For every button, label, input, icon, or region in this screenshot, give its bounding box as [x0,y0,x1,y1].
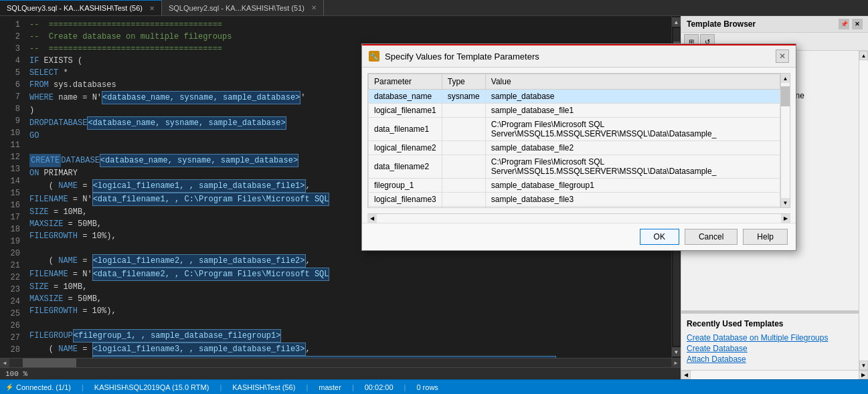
scroll-up-btn[interactable]: ▲ [672,17,681,27]
code-line: ( NAME = <logical_filename3, , sample_da… [29,342,666,356]
param-value[interactable]: C:\Program Files\Microsoft SQL Server\MS… [485,118,780,141]
table-row[interactable]: data_filename1 C:\Program Files\Microsof… [369,118,780,141]
hscroll-thumb[interactable] [23,359,76,367]
status-server: KASHISH\SQL2019QA (15.0 RTM) [94,383,209,391]
dialog-scroll-down[interactable]: ▼ [781,198,790,207]
right-hscroll-track[interactable] [691,371,859,379]
editor-hscroll[interactable]: ◀ ▶ [0,358,681,367]
param-name: data_filename2 [369,155,442,179]
status-rows: 0 rows [416,383,438,391]
tab-close-2[interactable]: ✕ [311,4,317,11]
template-parameters-dialog: 🔧 Specify Values for Template Parameters… [361,43,796,251]
tab-close-1[interactable]: ✕ [149,5,155,12]
tab-sqlquery3[interactable]: SQLQuery3.sql - KA...KASHISH\Test (56) ✕ [0,0,162,15]
recently-used-item-3[interactable]: Attach Database [687,354,853,365]
param-value[interactable]: sample_database_filegroup1 [485,179,780,193]
param-value[interactable]: sample_database_file2 [485,141,780,155]
connection-icon: ⚡ [5,383,13,391]
right-scroll-track[interactable] [859,60,868,361]
right-scrollbar[interactable]: ▲ ▼ [859,51,868,370]
dialog-close-btn[interactable]: ✕ [776,50,789,63]
status-sep-4: | [352,383,354,391]
status-sep-1: | [82,383,84,391]
dialog-hscroll-right[interactable]: ▶ [781,214,790,223]
dialog-scroll-track[interactable] [781,83,790,198]
table-row[interactable]: logical_filename1 sample_database_file1 [369,104,780,118]
status-db-text: KASHISH\Test (56) [232,383,295,391]
hscroll-right-btn[interactable]: ▶ [671,359,681,367]
table-row[interactable]: filegroup_1 sample_database_filegroup1 [369,179,780,193]
hscroll-left-btn[interactable]: ◀ [0,359,9,367]
dialog-footer: OK Cancel Help [362,223,796,250]
param-value[interactable]: C:\Program Files\Microsoft SQL Server\MS… [485,207,780,208]
param-name: filegroup_1 [369,179,442,193]
code-line: ( NAME = <logical_filename2, , sample_da… [29,254,666,268]
dialog-vscroll[interactable]: ▲ ▼ [780,74,790,207]
param-type [442,179,485,193]
param-name: data_filename1 [369,118,442,141]
param-type [442,155,485,179]
dialog-scroll-up[interactable]: ▲ [781,74,790,83]
panel-header: Template Browser 📌 ✕ [681,16,868,33]
code-line: MAXSIZE = 50MB, [29,293,666,305]
tab-sqlquery2[interactable]: SQLQuery2.sql - KA...KASHISH\Test (51) ✕ [162,0,324,15]
dialog-table-scroll: Parameter Type Value database_name sysna… [368,74,790,207]
hscroll-track[interactable] [9,359,671,367]
code-line: FILEGROUP <filegroup_1, , sample_databas… [29,329,666,342]
dialog-hscroll[interactable]: ◀ ▶ [367,213,790,223]
code-line: FILENAME = N'<data_filename2, , C:\Progr… [29,268,666,281]
zoom-label: 100 % [5,370,27,378]
right-hscroll[interactable]: ◀ ▶ [681,370,868,379]
editor-bottom-bar: 100 % [0,367,681,379]
right-scroll-down[interactable]: ▼ [859,361,868,370]
status-branch-text: master [319,383,341,391]
dialog-titlebar: 🔧 Specify Values for Template Parameters… [362,44,796,68]
param-value[interactable]: sample_database_file3 [485,193,780,207]
code-line: SIZE = 10MB, [29,281,666,293]
param-name: data_filename3 [369,207,442,208]
dialog-scroll-thumb[interactable] [781,86,790,106]
right-hscroll-right[interactable]: ▶ [859,371,868,379]
ok-button[interactable]: OK [640,229,679,245]
col-header-type: Type [442,74,485,90]
help-button[interactable]: Help [743,229,788,245]
cancel-button[interactable]: Cancel [685,229,737,245]
param-value[interactable]: sample_database_file1 [485,104,780,118]
dialog-body: Parameter Type Value database_name sysna… [362,68,796,223]
recently-used-item-2[interactable]: Create Database [687,343,853,354]
table-row[interactable]: data_filename2 C:\Program Files\Microsof… [369,155,780,179]
dialog-title-icon: 🔧 [369,51,379,62]
line-numbers: 12345 678910 1112131415 1617181920 21222… [0,16,24,358]
tab-label-2: SQLQuery2.sql - KA...KASHISH\Test (51) [169,4,305,12]
dialog-hscroll-left[interactable]: ◀ [367,214,377,223]
status-server-text: KASHISH\SQL2019QA (15.0 RTM) [94,383,209,391]
dialog-parameters-table: Parameter Type Value database_name sysna… [368,74,780,207]
close-panel-btn[interactable]: ✕ [852,19,863,29]
param-type: sysname [442,90,485,104]
code-line: FILEGROWTH = 10%), [29,305,666,317]
recently-used-item-1[interactable]: Create Database on Multiple Filegroups [687,332,853,343]
param-type [442,193,485,207]
code-line: -- ==================================== [29,19,666,31]
col-header-parameter: Parameter [369,74,442,90]
param-name: database_name [369,90,442,104]
table-row[interactable]: database_name sysname sample_database [369,90,780,104]
param-name: logical_filename3 [369,193,442,207]
param-name: logical_filename2 [369,141,442,155]
scroll-down-btn[interactable]: ▼ [672,347,681,357]
status-sep-3: | [306,383,308,391]
tab-bar: SQLQuery3.sql - KA...KASHISH\Test (56) ✕… [0,0,868,16]
dialog-hscroll-track[interactable] [377,214,781,223]
status-time: 00:02:00 [365,383,394,391]
status-rows-text: 0 rows [416,383,438,391]
table-row[interactable]: logical_filename2 sample_database_file2 [369,141,780,155]
table-row[interactable]: data_filename3 C:\Program Files\Microsof… [369,207,780,208]
right-hscroll-left[interactable]: ◀ [681,371,691,379]
param-value[interactable]: C:\Program Files\Microsoft SQL Server\MS… [485,155,780,179]
right-scroll-up[interactable]: ▲ [859,51,868,60]
param-type [442,118,485,141]
pin-icon[interactable]: 📌 [839,19,849,29]
param-value[interactable]: sample_database [485,90,780,104]
table-row[interactable]: logical_filename3 sample_database_file3 [369,193,780,207]
param-type [442,207,485,208]
